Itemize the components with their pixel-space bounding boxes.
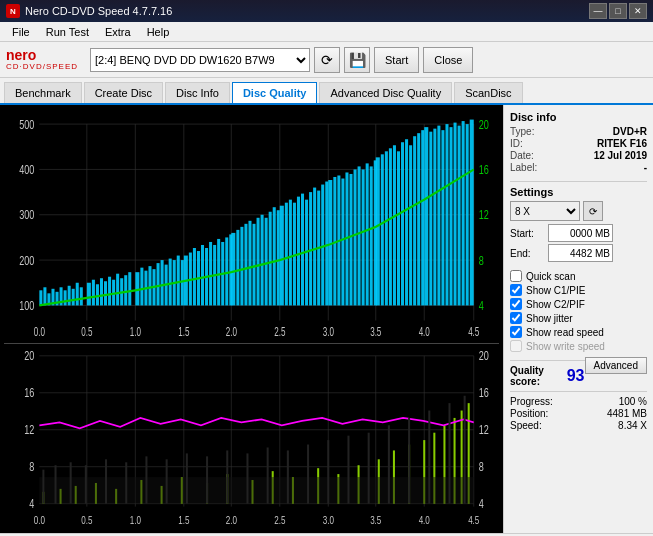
svg-rect-81 bbox=[231, 233, 235, 306]
svg-rect-222 bbox=[428, 411, 430, 504]
svg-text:1.0: 1.0 bbox=[130, 514, 142, 527]
speed-value: 8.34 X bbox=[618, 420, 647, 431]
svg-text:4: 4 bbox=[479, 497, 484, 511]
svg-rect-221 bbox=[408, 418, 410, 504]
svg-rect-83 bbox=[240, 227, 243, 306]
svg-rect-100 bbox=[309, 192, 312, 305]
chart-bottom-svg: 20 16 12 8 4 20 16 12 8 4 0.0 0.5 1.0 1.… bbox=[4, 344, 499, 529]
svg-rect-48 bbox=[96, 284, 99, 305]
tab-scandisc[interactable]: ScanDisc bbox=[454, 82, 522, 103]
svg-text:4: 4 bbox=[479, 298, 485, 312]
svg-rect-115 bbox=[370, 166, 373, 305]
svg-rect-89 bbox=[265, 218, 268, 306]
quick-scan-checkbox[interactable] bbox=[510, 270, 522, 282]
svg-text:0.0: 0.0 bbox=[34, 514, 46, 527]
info-panel: Disc info Type: DVD+R ID: RITEK F16 Date… bbox=[503, 105, 653, 533]
tab-create-disc[interactable]: Create Disc bbox=[84, 82, 163, 103]
show-write-speed-checkbox[interactable] bbox=[510, 340, 522, 352]
show-c2pif-label: Show C2/PIF bbox=[526, 299, 585, 310]
svg-rect-112 bbox=[358, 166, 361, 305]
svg-rect-208 bbox=[145, 457, 147, 504]
svg-text:4.0: 4.0 bbox=[419, 325, 430, 338]
svg-text:4: 4 bbox=[29, 497, 34, 511]
svg-rect-119 bbox=[385, 151, 388, 305]
tab-disc-info[interactable]: Disc Info bbox=[165, 82, 230, 103]
tab-benchmark[interactable]: Benchmark bbox=[4, 82, 82, 103]
svg-rect-75 bbox=[209, 242, 212, 305]
tab-advanced-disc-quality[interactable]: Advanced Disc Quality bbox=[319, 82, 452, 103]
type-value: DVD+R bbox=[613, 126, 647, 137]
svg-text:3.0: 3.0 bbox=[323, 514, 335, 527]
svg-rect-90 bbox=[269, 212, 272, 306]
svg-rect-212 bbox=[226, 451, 228, 504]
svg-text:500: 500 bbox=[19, 117, 34, 131]
menu-file[interactable]: File bbox=[4, 24, 38, 40]
svg-rect-63 bbox=[161, 260, 164, 305]
end-label: End: bbox=[510, 248, 545, 259]
start-button[interactable]: Start bbox=[374, 47, 419, 73]
end-input[interactable] bbox=[548, 244, 613, 262]
svg-text:8: 8 bbox=[479, 253, 484, 267]
menu-help[interactable]: Help bbox=[139, 24, 178, 40]
svg-rect-62 bbox=[157, 263, 160, 305]
menu-extra[interactable]: Extra bbox=[97, 24, 139, 40]
advanced-button[interactable]: Advanced bbox=[585, 357, 647, 374]
svg-rect-95 bbox=[289, 200, 292, 306]
divider-3 bbox=[510, 391, 647, 392]
svg-rect-55 bbox=[124, 275, 127, 305]
show-c1pie-checkbox[interactable] bbox=[510, 284, 522, 296]
menu-run-test[interactable]: Run Test bbox=[38, 24, 97, 40]
title-bar: N Nero CD-DVD Speed 4.7.7.16 — □ ✕ bbox=[0, 0, 653, 22]
svg-rect-108 bbox=[341, 179, 344, 306]
position-value: 4481 MB bbox=[607, 408, 647, 419]
toolbar: nero CD·DVD/SPEED [2:4] BENQ DVD DD DW16… bbox=[0, 42, 653, 78]
show-read-speed-checkbox[interactable] bbox=[510, 326, 522, 338]
quality-score-value: 93 bbox=[567, 367, 585, 385]
maximize-button[interactable]: □ bbox=[609, 3, 627, 19]
svg-text:0.5: 0.5 bbox=[81, 514, 93, 527]
show-jitter-checkbox[interactable] bbox=[510, 312, 522, 324]
speed-select[interactable]: 8 X bbox=[510, 201, 580, 221]
close-button[interactable]: ✕ bbox=[629, 3, 647, 19]
minimize-button[interactable]: — bbox=[589, 3, 607, 19]
start-input[interactable] bbox=[548, 224, 613, 242]
close-button-toolbar[interactable]: Close bbox=[423, 47, 473, 73]
svg-rect-49 bbox=[100, 278, 103, 305]
svg-rect-65 bbox=[169, 259, 172, 306]
save-icon-button[interactable]: 💾 bbox=[344, 47, 370, 73]
svg-rect-92 bbox=[277, 210, 280, 305]
svg-rect-79 bbox=[225, 237, 228, 305]
id-label: ID: bbox=[510, 138, 523, 149]
svg-rect-125 bbox=[409, 145, 412, 305]
svg-text:3.5: 3.5 bbox=[370, 325, 381, 338]
drive-select[interactable]: [2:4] BENQ DVD DD DW1620 B7W9 bbox=[90, 48, 310, 72]
svg-rect-103 bbox=[321, 185, 324, 306]
refresh-icon-button[interactable]: ⟳ bbox=[314, 47, 340, 73]
chart-top: 500 400 300 200 100 20 16 12 8 4 0.0 0.5… bbox=[4, 109, 499, 344]
tab-disc-quality[interactable]: Disc Quality bbox=[232, 82, 318, 103]
svg-rect-139 bbox=[466, 124, 469, 305]
svg-rect-123 bbox=[401, 142, 404, 305]
start-label: Start: bbox=[510, 228, 545, 239]
svg-rect-51 bbox=[108, 277, 111, 306]
svg-text:300: 300 bbox=[19, 208, 34, 222]
svg-rect-86 bbox=[253, 224, 256, 306]
show-read-speed-label: Show read speed bbox=[526, 327, 604, 338]
svg-rect-202 bbox=[42, 470, 44, 504]
svg-rect-41 bbox=[64, 290, 67, 305]
chart-bottom: 20 16 12 8 4 20 16 12 8 4 0.0 0.5 1.0 1.… bbox=[4, 344, 499, 529]
svg-text:20: 20 bbox=[24, 349, 34, 363]
svg-text:16: 16 bbox=[24, 386, 34, 400]
svg-rect-67 bbox=[177, 256, 180, 306]
svg-rect-213 bbox=[246, 454, 248, 504]
show-c2pif-checkbox[interactable] bbox=[510, 298, 522, 310]
settings-refresh-btn[interactable]: ⟳ bbox=[583, 201, 603, 221]
svg-text:200: 200 bbox=[19, 253, 34, 267]
svg-rect-133 bbox=[441, 130, 444, 305]
svg-rect-120 bbox=[389, 148, 392, 305]
settings-title: Settings bbox=[510, 186, 647, 198]
svg-rect-46 bbox=[87, 283, 91, 306]
svg-rect-128 bbox=[421, 130, 424, 305]
svg-rect-127 bbox=[417, 133, 420, 305]
position-label: Position: bbox=[510, 408, 548, 419]
